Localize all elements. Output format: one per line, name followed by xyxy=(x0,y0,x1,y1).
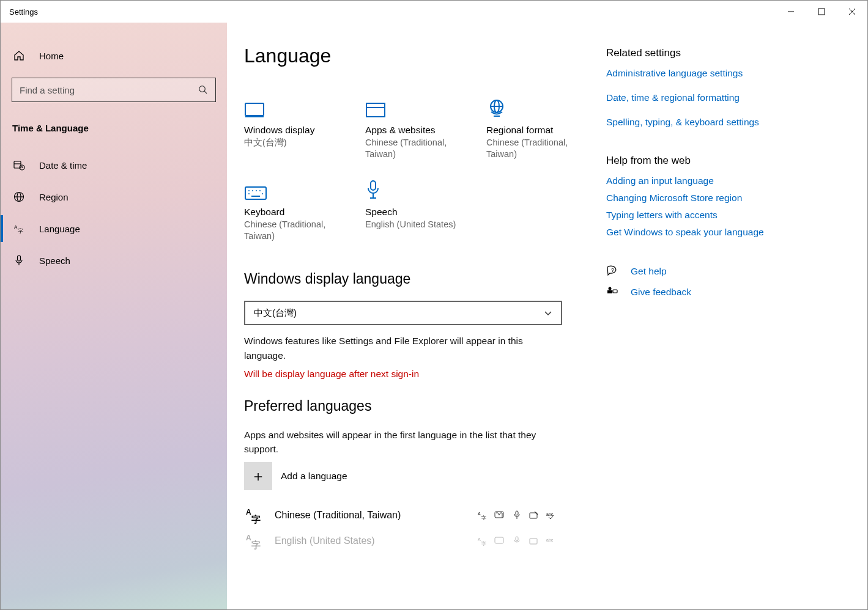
svg-text:字: 字 xyxy=(251,540,261,550)
give-feedback-link[interactable]: Give feedback xyxy=(631,287,691,298)
link-spelling-typing-keyboard[interactable]: Spelling, typing, & keyboard settings xyxy=(606,117,820,128)
sidebar-home-label: Home xyxy=(39,51,64,61)
search-input[interactable] xyxy=(20,85,180,95)
svg-point-31 xyxy=(248,193,250,194)
svg-point-56 xyxy=(609,287,612,290)
close-button[interactable] xyxy=(837,1,867,23)
lang-tts-icon xyxy=(494,535,506,547)
svg-point-30 xyxy=(259,190,261,191)
home-icon xyxy=(12,49,26,62)
link-windows-speak-language[interactable]: Get Windows to speak your language xyxy=(606,227,820,238)
svg-text:abc: abc xyxy=(546,512,554,516)
svg-text:字: 字 xyxy=(481,515,486,521)
globe-icon xyxy=(12,190,26,204)
svg-rect-42 xyxy=(516,511,518,515)
sidebar: Home Time & Language Date & time xyxy=(1,23,227,609)
monitor-icon xyxy=(244,94,341,119)
chevron-down-icon xyxy=(544,309,552,317)
display-language-warning: Will be display language after next sign… xyxy=(244,369,606,380)
globe-stand-icon xyxy=(486,94,583,119)
tile-windows-display[interactable]: Windows display 中文(台灣) xyxy=(244,94,341,160)
page-title: Language xyxy=(244,45,606,67)
tile-apps-websites[interactable]: Apps & websites Chinese (Traditional, Ta… xyxy=(365,94,462,160)
tile-sub: Chinese (Traditional, Taiwan) xyxy=(365,137,462,160)
lang-spellcheck-icon: abc xyxy=(545,535,557,547)
get-help-link[interactable]: Get help xyxy=(631,266,667,277)
link-admin-lang-settings[interactable]: Administrative language settings xyxy=(606,68,820,79)
add-language-button[interactable]: ＋ Add a language xyxy=(244,462,562,490)
svg-rect-52 xyxy=(516,537,518,541)
svg-line-5 xyxy=(204,91,207,94)
minimize-button[interactable] xyxy=(776,1,806,23)
sidebar-item-language[interactable]: A字 Language xyxy=(1,213,227,244)
lang-speech-icon xyxy=(511,535,523,547)
sidebar-home[interactable]: Home xyxy=(1,40,227,72)
lang-display-icon: A字 xyxy=(477,535,489,547)
sidebar-item-region[interactable]: Region xyxy=(1,181,227,213)
svg-point-32 xyxy=(262,193,263,194)
svg-point-28 xyxy=(252,190,253,191)
tile-regional-format[interactable]: Regional format Chinese (Traditional, Ta… xyxy=(486,94,583,160)
language-item[interactable]: A字 Chinese (Traditional, Taiwan) A字 abc xyxy=(244,502,562,528)
svg-rect-1 xyxy=(818,9,825,15)
display-language-desc: Windows features like Settings and File … xyxy=(244,334,562,362)
language-item[interactable]: A字 English (United States) A字 abc xyxy=(244,528,562,554)
mic-icon xyxy=(365,176,462,200)
svg-text:A: A xyxy=(478,537,481,542)
sidebar-section-title: Time & Language xyxy=(1,113,227,142)
plus-icon: ＋ xyxy=(244,462,272,490)
help-icon: ? xyxy=(606,265,620,278)
tile-sub: 中文(台灣) xyxy=(244,137,341,149)
language-glyph-icon: A字 xyxy=(244,505,265,526)
lang-spellcheck-icon: abc xyxy=(545,509,557,521)
svg-rect-20 xyxy=(366,103,385,117)
keyboard-icon xyxy=(244,176,341,200)
give-feedback[interactable]: Give feedback xyxy=(606,285,820,299)
tile-title: Apps & websites xyxy=(365,125,462,136)
maximize-button[interactable] xyxy=(806,1,837,23)
preferred-languages-desc: Apps and websites will appear in the fir… xyxy=(244,428,562,457)
link-typing-accents[interactable]: Typing letters with accents xyxy=(606,210,820,221)
dropdown-value: 中文(台灣) xyxy=(254,307,297,319)
tile-keyboard[interactable]: Keyboard Chinese (Traditional, Taiwan) xyxy=(244,176,341,242)
svg-rect-26 xyxy=(245,187,266,199)
browser-icon xyxy=(365,94,462,119)
svg-text:字: 字 xyxy=(251,514,261,524)
sidebar-item-label: Date & time xyxy=(39,160,87,171)
svg-rect-53 xyxy=(530,538,537,544)
sidebar-item-label: Language xyxy=(39,224,80,234)
tile-sub: Chinese (Traditional, Taiwan) xyxy=(486,137,583,160)
tile-title: Speech xyxy=(365,207,462,218)
svg-rect-57 xyxy=(607,290,612,293)
tile-sub: English (United States) xyxy=(365,219,462,230)
svg-text:?: ? xyxy=(611,267,614,273)
sidebar-item-date-time[interactable]: Date & time xyxy=(1,149,227,181)
sidebar-item-speech[interactable]: Speech xyxy=(1,244,227,276)
svg-rect-51 xyxy=(495,537,503,543)
svg-text:A: A xyxy=(246,508,251,516)
date-time-icon xyxy=(12,158,26,172)
link-date-time-formatting[interactable]: Date, time & regional formatting xyxy=(606,92,820,103)
language-name: English (United States) xyxy=(275,535,375,546)
language-glyph-icon: A字 xyxy=(244,531,265,551)
tile-title: Regional format xyxy=(486,125,583,136)
search-input-wrap[interactable] xyxy=(12,78,216,102)
help-heading: Help from the web xyxy=(606,155,820,167)
link-adding-input-language[interactable]: Adding an input language xyxy=(606,175,820,186)
svg-text:字: 字 xyxy=(481,541,486,546)
tile-speech[interactable]: Speech English (United States) xyxy=(365,176,462,242)
svg-rect-44 xyxy=(530,513,537,518)
display-language-dropdown[interactable]: 中文(台灣) xyxy=(244,301,562,325)
search-icon xyxy=(198,85,208,95)
tile-title: Windows display xyxy=(244,125,341,136)
lang-handwriting-icon xyxy=(528,535,540,547)
mic-icon xyxy=(12,254,26,267)
get-help[interactable]: ? Get help xyxy=(606,265,820,278)
tile-sub: Chinese (Traditional, Taiwan) xyxy=(244,219,341,242)
add-language-label: Add a language xyxy=(281,471,347,482)
svg-rect-34 xyxy=(371,181,376,190)
section-preferred-languages: Preferred languages xyxy=(244,398,606,414)
feedback-icon xyxy=(606,285,620,299)
link-changing-store-region[interactable]: Changing Microsoft Store region xyxy=(606,193,820,204)
svg-text:字: 字 xyxy=(18,228,23,234)
